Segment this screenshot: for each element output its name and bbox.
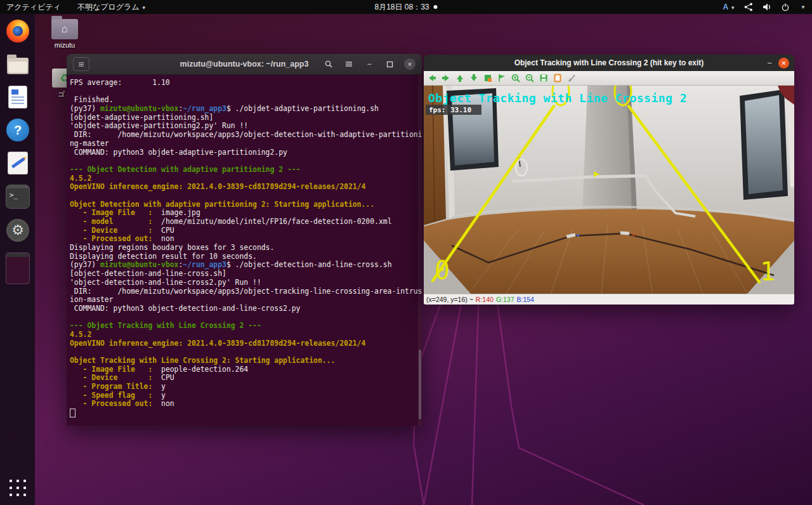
terminal-body[interactable]: FPS average: 1.10 Finished.(py37) mizutu… [67,75,422,426]
terminal-line: - Image File : people-detection.264 [70,365,422,374]
terminal-line: [object-detection-and-line-cross.sh] [70,270,422,279]
terminal-line: OpenVINO inference_engine: 2021.4.0-3839… [70,339,422,348]
terminal-scrollbar[interactable] [418,75,422,426]
terminal-titlebar[interactable]: mizutu@ubuntu-vbox: ~/run_app3 − × [67,54,422,75]
clock-label: 8月18日 08：33 [374,2,429,13]
show-applications-button[interactable] [6,476,30,500]
crossing-line-label-0: 0 [435,256,450,285]
zoom-x1-icon[interactable] [483,73,493,83]
terminal-scrollbar-thumb[interactable] [419,350,421,419]
cv-toolbar [424,71,794,86]
tracking-titlebar[interactable]: Object Tracking with Line Crossing 2 (hi… [424,55,794,71]
search-button[interactable] [323,58,334,70]
menu-button[interactable] [343,58,355,70]
video-scene: 0 1 Object Tracking with Line Crossing 2… [424,86,794,294]
power-icon[interactable] [780,2,790,12]
cursor-position-readout: (x=249, y=16) ~ [426,296,473,303]
app-menu-button[interactable]: 不明なプログラム▼ [77,2,147,13]
crossing-line-label-1: 1 [760,257,775,286]
notification-dot-icon [434,5,438,9]
files-icon [7,58,29,74]
pixel-red-readout: R:140 [476,296,494,303]
terminal-line: --- Object Tracking with Line Crossing 2… [70,322,422,331]
properties-window-icon[interactable] [553,73,563,83]
clock-button[interactable]: 8月18日 08：33 [374,2,437,13]
cv-status-bar: (x=249, y=16) ~ R:140 G:137 B:154 [424,294,794,305]
close-button[interactable]: × [404,58,416,70]
zoom-out-icon[interactable] [525,73,535,83]
home-glyph-icon: ⌂ [51,19,78,39]
dock-item-firefox[interactable] [6,19,30,43]
terminal-line: 4.5.2 [70,174,422,183]
dock-item-text-editor[interactable] [6,151,30,175]
desktop-icon-home[interactable]: ⌂ mizutu [49,19,80,49]
libreoffice-writer-icon [8,86,27,108]
volume-icon[interactable] [762,2,772,12]
minimize-button[interactable]: − [363,58,375,70]
input-method-label: A [723,3,728,11]
dock-item-help[interactable]: ? [6,118,30,142]
terminal-line: - Program Title: y [70,383,422,391]
terminal-line [70,409,422,417]
terminal-line: - Processed out: non [70,400,422,409]
pan-right-icon[interactable] [441,73,451,83]
clear-icon[interactable] [566,73,577,83]
video-frame[interactable]: 0 1 Object Tracking with Line Crossing 2… [424,86,794,294]
dock-item-window-preview[interactable] [6,253,30,284]
firefox-icon [6,20,29,43]
terminal-line: Finished. [70,96,422,105]
pan-up-icon[interactable] [455,73,465,83]
dock-item-files[interactable] [6,52,30,76]
pixel-green-readout: G:137 [496,296,514,303]
text-editor-icon [8,152,28,174]
help-icon: ? [6,119,29,141]
room-right-window [740,89,788,200]
dock-item-terminal[interactable]: >_ [6,185,30,209]
terminal-line: 4.5.2 [70,331,422,339]
terminal-line: (py37) mizutu@ubuntu-vbox:~/run_app3$ ./… [70,261,422,270]
zoom-in-icon[interactable] [511,73,521,83]
tracking-window: Object Tracking with Line Crossing 2 (hi… [424,55,794,303]
pixel-blue-readout: B:154 [516,296,534,303]
new-tab-button[interactable] [73,57,89,71]
tracking-window-title: Object Tracking with Line Crossing 2 (hi… [424,58,794,67]
room-floor [424,209,794,294]
desktop-icon-label: mizutu [49,41,80,49]
terminal-line: Displaying regions boudary boxes for 3 s… [70,244,422,253]
terminal-window: mizutu@ubuntu-vbox: ~/run_app3 − × FPS a… [67,54,422,425]
terminal-line [70,157,422,166]
search-icon [324,60,333,69]
network-icon[interactable] [743,2,754,12]
home-folder-icon: ⌂ [51,19,78,39]
terminal-line: - Speed flag : y [70,391,422,400]
terminal-line: Object Tracking with Line Crossing 2: St… [70,357,422,365]
terminal-line: 'objdet-adaptive-partitioning2.py' Run !… [70,122,422,131]
pan-down-icon[interactable] [469,73,479,83]
save-image-icon[interactable] [539,73,549,83]
terminal-line: COMMAND: python3 objdet-adaptive-partiti… [70,148,422,157]
top-bar: アクティビティ 不明なプログラム▼ 8月18日 08：33 A▼ ▼ [0,0,812,14]
terminal-line: - Device : CPU [70,226,422,235]
hamburger-icon [344,60,353,69]
window-preview-thumbnail [6,253,30,284]
app-menu-label: 不明なプログラム [77,3,140,11]
chevron-down-icon: ▼ [141,5,147,11]
terminal-line [70,348,422,357]
input-method-indicator[interactable]: A▼ [723,3,735,11]
close-button[interactable]: ✕ [778,58,789,69]
activities-button[interactable]: アクティビティ [6,2,61,13]
minimize-button[interactable]: − [767,58,772,68]
terminal-line: (py37) mizutu@ubuntu-vbox:~/run_app3$ ./… [70,105,422,114]
zoom-region-icon[interactable] [497,73,507,83]
dock-item-settings[interactable]: ⚙ [6,218,30,242]
close-icon: ✕ [781,60,786,67]
terminal-icon: >_ [6,185,30,209]
pan-left-icon[interactable] [427,73,437,83]
chevron-down-icon[interactable]: ▼ [801,4,806,10]
terminal-output: FPS average: 1.10 Finished.(py37) mizutu… [70,79,422,417]
maximize-button[interactable] [384,58,395,70]
terminal-line: - model : /home/mizutu/model/intel/FP16/… [70,218,422,226]
settings-gear-icon: ⚙ [6,219,29,242]
dock-item-libreoffice-writer[interactable] [6,85,30,109]
fps-label: fps: [429,106,446,114]
